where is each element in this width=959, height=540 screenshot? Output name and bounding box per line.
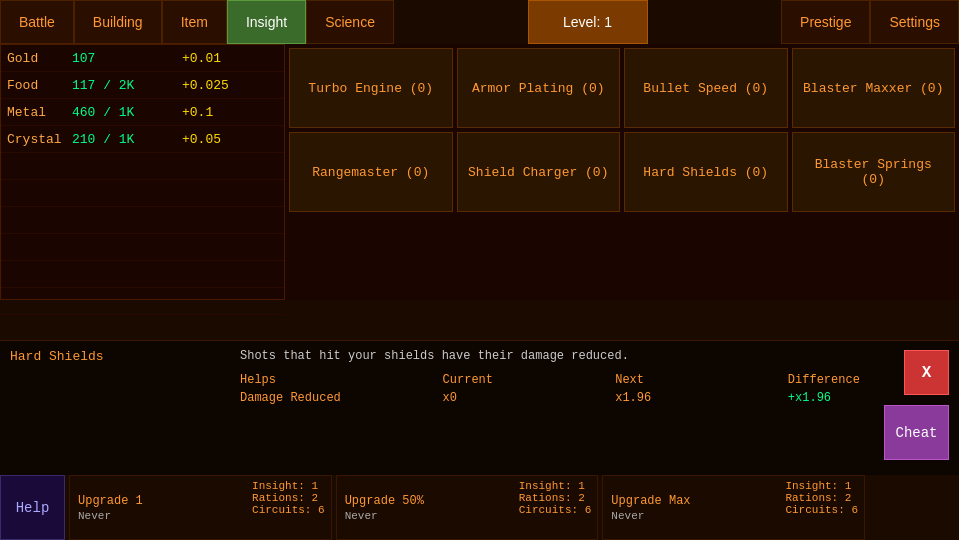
- resource-food-label: Food: [7, 78, 72, 93]
- upgrade-card-max[interactable]: Upgrade Max Never Insight: 1 Rations: 2 …: [602, 475, 865, 540]
- nav-spacer2: [648, 0, 782, 44]
- upgrade-cards-row: Help Upgrade 1 Never Insight: 1 Rations:…: [0, 475, 959, 540]
- resource-empty-7: [1, 315, 284, 342]
- col-current: Current: [443, 371, 616, 389]
- cheat-button[interactable]: Cheat: [884, 405, 949, 460]
- resource-empty-3: [1, 207, 284, 234]
- resource-crystal-label: Crystal: [7, 132, 72, 147]
- info-row-damage: Damage Reduced x0 x1.96 +x1.96: [240, 389, 949, 407]
- upgrade-card-1-label: Upgrade 1: [78, 494, 143, 508]
- resource-empty-5: [1, 261, 284, 288]
- tab-building[interactable]: Building: [74, 0, 162, 44]
- nav-spacer: [394, 0, 528, 44]
- upgrade-card-50-label: Upgrade 50%: [345, 494, 424, 508]
- resource-empty-1: [1, 153, 284, 180]
- upgrade-card-max-sub: Never: [611, 510, 644, 522]
- upgrade-card-max-rations: Rations: 2: [785, 492, 858, 504]
- resource-metal-value: 460 / 1K: [72, 105, 182, 120]
- tab-item[interactable]: Item: [162, 0, 227, 44]
- upgrade-hard-shields[interactable]: Hard Shields (0): [624, 132, 788, 212]
- upgrade-blaster-springs[interactable]: Blaster Springs (0): [792, 132, 956, 212]
- resource-empty-2: [1, 180, 284, 207]
- top-nav: Battle Building Item Insight Science Lev…: [0, 0, 959, 44]
- upgrade-card-50-insight: Insight: 1: [519, 480, 592, 492]
- middle-section: Gold 107 +0.01 Food 117 / 2K +0.025 Meta…: [0, 44, 959, 300]
- upgrades-panel: Turbo Engine (0) Armor Plating (0) Bulle…: [285, 44, 959, 300]
- tab-battle[interactable]: Battle: [0, 0, 74, 44]
- col-next: Next: [615, 371, 788, 389]
- upgrade-card-max-insight: Insight: 1: [785, 480, 858, 492]
- upgrade-bullet-speed[interactable]: Bullet Speed (0): [624, 48, 788, 128]
- resource-empty-6: [1, 288, 284, 315]
- resource-metal-rate: +0.1: [182, 105, 262, 120]
- upgrade-card-50-cost: Insight: 1 Rations: 2 Circuits: 6: [519, 480, 592, 516]
- resource-food-rate: +0.025: [182, 78, 262, 93]
- help-button[interactable]: Help: [0, 475, 65, 540]
- upgrade-armor-plating[interactable]: Armor Plating (0): [457, 48, 621, 128]
- upgrade-blaster-maxxer[interactable]: Blaster Maxxer (0): [792, 48, 956, 128]
- upgrade-card-max-label: Upgrade Max: [611, 494, 690, 508]
- info-details: Shots that hit your shields have their d…: [210, 349, 949, 407]
- close-button[interactable]: X: [904, 350, 949, 395]
- app-wrapper: Battle Building Item Insight Science Lev…: [0, 0, 959, 540]
- col-helps: Helps: [240, 371, 443, 389]
- upgrade-card-1[interactable]: Upgrade 1 Never Insight: 1 Rations: 2 Ci…: [69, 475, 332, 540]
- level-indicator[interactable]: Level: 1: [528, 0, 648, 44]
- resource-gold-label: Gold: [7, 51, 72, 66]
- upgrade-card-50[interactable]: Upgrade 50% Never Insight: 1 Rations: 2 …: [336, 475, 599, 540]
- info-next-value: x1.96: [615, 389, 788, 407]
- info-panel: Hard Shields Shots that hit your shields…: [0, 340, 959, 475]
- tab-insight[interactable]: Insight: [227, 0, 306, 44]
- upgrade-shield-charger[interactable]: Shield Charger (0): [457, 132, 621, 212]
- upgrade-card-1-rations: Rations: 2: [252, 492, 325, 504]
- resource-gold: Gold 107 +0.01: [1, 45, 284, 72]
- upgrade-card-50-sub: Never: [345, 510, 378, 522]
- resource-gold-rate: +0.01: [182, 51, 262, 66]
- resource-metal-label: Metal: [7, 105, 72, 120]
- upgrade-card-max-circuits: Circuits: 6: [785, 504, 858, 516]
- settings-button[interactable]: Settings: [870, 0, 959, 44]
- upgrade-card-50-rations: Rations: 2: [519, 492, 592, 504]
- info-current-value: x0: [443, 389, 616, 407]
- info-row-label: Damage Reduced: [240, 389, 443, 407]
- resource-crystal-value: 210 / 1K: [72, 132, 182, 147]
- info-title-area: Hard Shields: [10, 349, 210, 368]
- upgrade-card-1-circuits: Circuits: 6: [252, 504, 325, 516]
- info-description: Shots that hit your shields have their d…: [240, 349, 949, 363]
- prestige-button[interactable]: Prestige: [781, 0, 870, 44]
- upgrade-card-1-sub: Never: [78, 510, 111, 522]
- right-spacer: [869, 475, 959, 540]
- upgrade-card-max-cost: Insight: 1 Rations: 2 Circuits: 6: [785, 480, 858, 516]
- upgrade-card-50-circuits: Circuits: 6: [519, 504, 592, 516]
- resource-food-value: 117 / 2K: [72, 78, 182, 93]
- resource-food: Food 117 / 2K +0.025: [1, 72, 284, 99]
- upgrade-turbo-engine[interactable]: Turbo Engine (0): [289, 48, 453, 128]
- upgrade-card-1-cost: Insight: 1 Rations: 2 Circuits: 6: [252, 480, 325, 516]
- resource-gold-value: 107: [72, 51, 182, 66]
- upgrade-card-1-insight: Insight: 1: [252, 480, 325, 492]
- resource-empty-4: [1, 234, 284, 261]
- resource-crystal: Crystal 210 / 1K +0.05: [1, 126, 284, 153]
- resource-crystal-rate: +0.05: [182, 132, 262, 147]
- resource-metal: Metal 460 / 1K +0.1: [1, 99, 284, 126]
- resources-panel: Gold 107 +0.01 Food 117 / 2K +0.025 Meta…: [0, 44, 285, 300]
- info-title: Hard Shields: [10, 349, 210, 364]
- tab-science[interactable]: Science: [306, 0, 394, 44]
- upgrade-rangemaster[interactable]: Rangemaster (0): [289, 132, 453, 212]
- info-stats-table: Helps Current Next Difference Damage Red…: [240, 371, 949, 407]
